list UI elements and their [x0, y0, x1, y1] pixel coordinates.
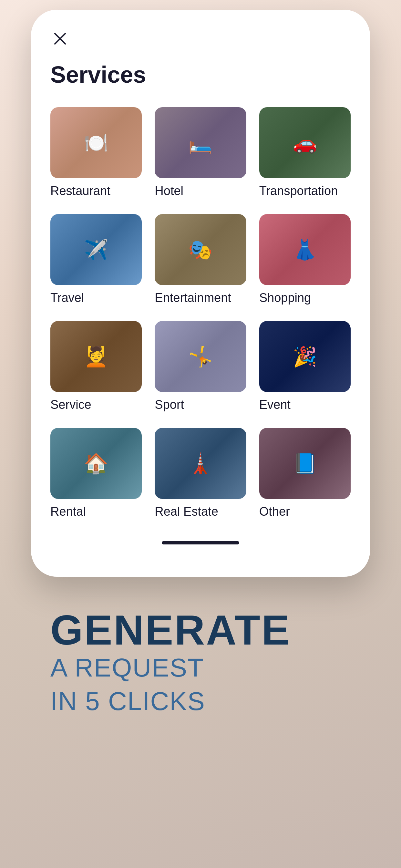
category-label-rental: Rental — [50, 505, 86, 519]
bottom-section: GENERATE A REQUEST IN 5 CLICKS — [31, 609, 370, 718]
page-title: Services — [50, 61, 351, 88]
category-label-restaurant: Restaurant — [50, 184, 111, 198]
category-item-restaurant[interactable]: Restaurant — [50, 107, 142, 198]
category-image-sport — [155, 321, 246, 392]
generate-title: GENERATE — [50, 609, 351, 651]
category-label-transportation: Transportation — [259, 184, 338, 198]
category-label-travel: Travel — [50, 291, 84, 305]
categories-grid: RestaurantHotelTransportationTravelEnter… — [50, 107, 351, 519]
category-item-travel[interactable]: Travel — [50, 214, 142, 305]
category-label-other: Other — [259, 505, 290, 519]
category-item-hotel[interactable]: Hotel — [155, 107, 246, 198]
category-image-travel — [50, 214, 142, 285]
category-label-hotel: Hotel — [155, 184, 183, 198]
generate-subtitle-line1: A REQUEST IN 5 CLICKS — [50, 651, 351, 718]
category-label-realestate: Real Estate — [155, 505, 218, 519]
category-label-entertainment: Entertainment — [155, 291, 231, 305]
category-image-transportation — [259, 107, 351, 178]
category-label-service: Service — [50, 398, 91, 412]
category-image-entertainment — [155, 214, 246, 285]
category-image-rental — [50, 428, 142, 499]
category-item-event[interactable]: Event — [259, 321, 351, 412]
category-item-sport[interactable]: Sport — [155, 321, 246, 412]
category-item-entertainment[interactable]: Entertainment — [155, 214, 246, 305]
category-image-shopping — [259, 214, 351, 285]
category-item-realestate[interactable]: Real Estate — [155, 428, 246, 519]
category-label-sport: Sport — [155, 398, 184, 412]
category-item-rental[interactable]: Rental — [50, 428, 142, 519]
category-label-shopping: Shopping — [259, 291, 311, 305]
category-item-transportation[interactable]: Transportation — [259, 107, 351, 198]
category-image-other — [259, 428, 351, 499]
category-label-event: Event — [259, 398, 290, 412]
close-icon — [54, 32, 66, 45]
home-indicator — [162, 541, 239, 545]
category-image-service — [50, 321, 142, 392]
close-button[interactable] — [50, 29, 70, 49]
category-image-hotel — [155, 107, 246, 178]
category-item-shopping[interactable]: Shopping — [259, 214, 351, 305]
phone-modal: Services RestaurantHotelTransportationTr… — [31, 10, 370, 577]
category-item-other[interactable]: Other — [259, 428, 351, 519]
category-item-service[interactable]: Service — [50, 321, 142, 412]
category-image-event — [259, 321, 351, 392]
category-image-realestate — [155, 428, 246, 499]
category-image-restaurant — [50, 107, 142, 178]
